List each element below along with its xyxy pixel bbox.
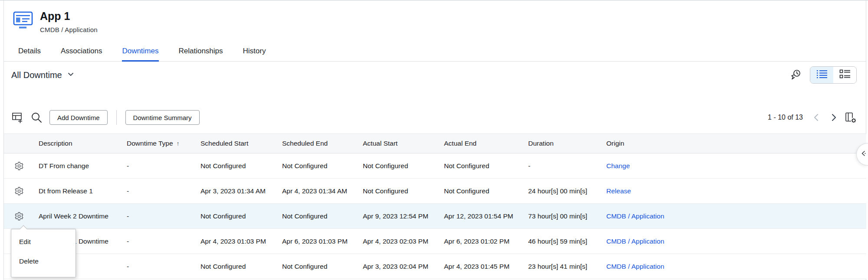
page-title: App 1 xyxy=(40,10,98,23)
tab-associations[interactable]: Associations xyxy=(61,47,102,61)
downtime-history-icon[interactable] xyxy=(789,68,802,81)
column-header-duration[interactable]: Duration xyxy=(524,140,602,147)
table-row[interactable]: DT From change - Not Configured Not Conf… xyxy=(4,153,866,179)
cell-actual-start: Not Configured xyxy=(358,187,440,195)
cell-actual-end: Not Configured xyxy=(440,187,524,195)
cell-actual-start: Apr 4, 2023 02:03 PM xyxy=(358,238,440,245)
cell-actual-end: Apr 12, 2023 01:54 PM xyxy=(440,212,524,220)
list-view-icon xyxy=(816,69,828,81)
table-header-row: Description Downtime Type ↑ Scheduled St… xyxy=(4,133,866,153)
cell-description: DT From change xyxy=(34,162,122,170)
downtime-summary-button[interactable]: Downtime Summary xyxy=(125,110,200,125)
cell-duration: 46 hour[s] 59 min[s] xyxy=(524,238,602,245)
row-actions-gear-icon[interactable] xyxy=(14,161,24,171)
column-header-actual-end[interactable]: Actual End xyxy=(440,140,524,147)
column-header-scheduled-start[interactable]: Scheduled Start xyxy=(196,140,278,147)
cell-scheduled-end: Apr 4, 2023 01:34 AM xyxy=(278,187,358,195)
chevron-down-icon xyxy=(67,71,74,79)
cell-actual-start: Not Configured xyxy=(358,162,440,170)
cell-scheduled-start: Not Configured xyxy=(196,263,278,270)
menu-item-delete[interactable]: Delete xyxy=(11,251,76,271)
cell-scheduled-start: Apr 4, 2023 01:03 PM xyxy=(196,238,278,245)
cell-scheduled-end: Apr 6, 2023 01:03 PM xyxy=(278,238,358,245)
cell-scheduled-end: Not Configured xyxy=(278,212,358,220)
column-header-actual-start[interactable]: Actual Start xyxy=(358,140,440,147)
cell-actual-start: Apr 9, 2023 12:54 PM xyxy=(358,212,440,220)
cell-description: Dt from Release 1 xyxy=(34,187,122,195)
row-actions-context-menu: Edit Delete xyxy=(11,229,76,277)
tab-history[interactable]: History xyxy=(243,47,266,61)
column-header-scheduled-end[interactable]: Scheduled End xyxy=(278,140,358,147)
cell-actual-end: Apr 6, 2023 01:02 PM xyxy=(440,238,524,245)
table-row[interactable]: April Week 1 Downtime - Apr 4, 2023 01:0… xyxy=(4,229,866,254)
cell-duration: 23 hour[s] 41 min[s] xyxy=(524,263,602,270)
origin-link[interactable]: CMDB / Application xyxy=(606,212,664,220)
cell-actual-end: Not Configured xyxy=(440,162,524,170)
cell-scheduled-end: Not Configured xyxy=(278,263,358,270)
origin-link[interactable]: Change xyxy=(606,162,630,169)
cell-description: April Week 2 Downtime xyxy=(34,212,122,220)
filter-bar: All Downtime xyxy=(11,64,857,86)
toolbar-divider xyxy=(116,110,117,125)
tab-bar: Details Associations Downtimes Relations… xyxy=(4,42,866,62)
cell-duration: 24 hour[s] 00 min[s] xyxy=(524,187,602,195)
previous-page-icon[interactable] xyxy=(812,112,822,123)
breadcrumb: CMDB / Application xyxy=(40,26,98,33)
column-header-description[interactable]: Description xyxy=(34,140,122,147)
card-view-icon xyxy=(839,69,851,81)
list-view-button[interactable] xyxy=(810,67,833,83)
cell-downtime-type: - xyxy=(122,263,196,270)
cell-actual-start: Apr 3, 2023 02:04 PM xyxy=(358,263,440,270)
table-row[interactable]: - Not Configured Not Configured Apr 3, 2… xyxy=(4,254,866,279)
cell-duration: 73 hour[s] 00 min[s] xyxy=(524,212,602,220)
cell-downtime-type: - xyxy=(122,238,196,245)
downtime-view-label: All Downtime xyxy=(11,70,62,80)
downtime-toolbar: Add Downtime Downtime Summary 1 - 10 of … xyxy=(11,108,857,127)
search-icon[interactable] xyxy=(30,111,43,124)
view-mode-toggle xyxy=(810,66,857,84)
tab-downtimes[interactable]: Downtimes xyxy=(122,47,158,62)
page-header: App 1 CMDB / Application xyxy=(13,10,98,33)
origin-link[interactable]: CMDB / Application xyxy=(606,263,664,270)
cell-downtime-type: - xyxy=(122,187,196,195)
tab-relationships[interactable]: Relationships xyxy=(179,47,223,61)
cell-scheduled-start: Apr 3, 2023 01:34 AM xyxy=(196,187,278,195)
add-downtime-button[interactable]: Add Downtime xyxy=(49,110,108,125)
cell-duration: - xyxy=(524,162,602,170)
column-header-origin[interactable]: Origin xyxy=(602,140,866,147)
menu-item-edit[interactable]: Edit xyxy=(11,232,76,251)
window-top-border xyxy=(0,0,868,0)
application-icon xyxy=(13,11,33,33)
table-row-selected[interactable]: April Week 2 Downtime - Not Configured N… xyxy=(4,204,866,229)
card-view-button[interactable] xyxy=(833,67,856,83)
downtime-table: Description Downtime Type ↑ Scheduled St… xyxy=(4,133,866,279)
tab-details[interactable]: Details xyxy=(18,47,41,61)
cell-scheduled-start: Not Configured xyxy=(196,162,278,170)
cell-scheduled-start: Not Configured xyxy=(196,212,278,220)
cell-downtime-type: - xyxy=(122,162,196,170)
downtime-view-select[interactable]: All Downtime xyxy=(11,70,74,80)
origin-link[interactable]: CMDB / Application xyxy=(606,238,664,245)
row-actions-gear-icon[interactable] xyxy=(14,186,24,196)
table-add-icon[interactable] xyxy=(11,111,23,124)
next-page-icon[interactable] xyxy=(828,112,838,123)
column-header-downtime-type[interactable]: Downtime Type ↑ xyxy=(122,140,196,147)
pagination-range: 1 - 10 of 13 xyxy=(768,114,803,121)
column-header-label: Downtime Type xyxy=(127,140,173,147)
origin-link[interactable]: Release xyxy=(606,187,631,195)
cell-scheduled-end: Not Configured xyxy=(278,162,358,170)
column-settings-icon[interactable] xyxy=(845,111,857,124)
cell-downtime-type: - xyxy=(122,212,196,220)
table-row[interactable]: Dt from Release 1 - Apr 3, 2023 01:34 AM… xyxy=(4,179,866,204)
cell-actual-end: Apr 4, 2023 01:45 PM xyxy=(440,263,524,270)
sort-ascending-icon[interactable]: ↑ xyxy=(177,140,180,147)
chevron-left-icon xyxy=(860,150,867,159)
row-actions-gear-icon[interactable] xyxy=(14,212,24,221)
